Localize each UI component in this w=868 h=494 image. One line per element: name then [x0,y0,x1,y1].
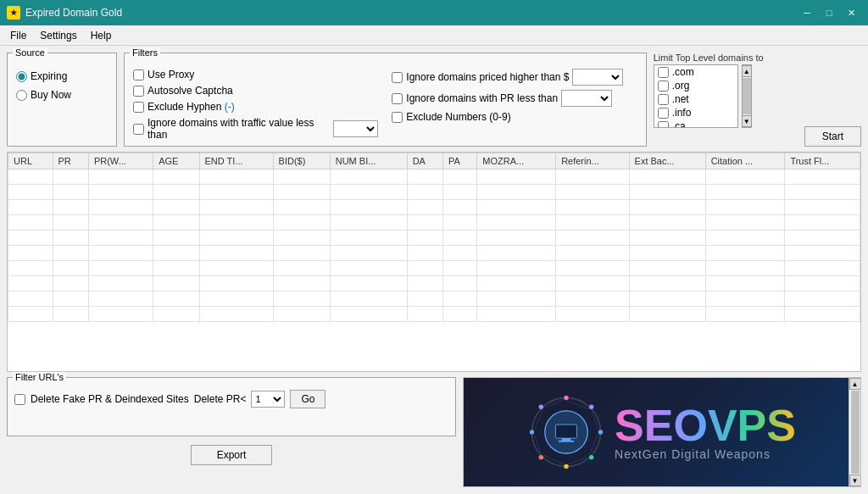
label-use-proxy[interactable]: Use Proxy [147,69,194,80]
traffic-value-select[interactable] [333,120,378,137]
label-autosolve[interactable]: Autosolve Captcha [147,85,233,97]
tld-scroll-up[interactable]: ▲ [742,65,752,77]
tld-label-com: .com [672,66,694,78]
scroll-down-arrow[interactable]: ▼ [849,475,861,486]
tld-scrollbar: ▲ ▼ [742,64,752,128]
filter-autosolve: Autosolve Captcha [133,85,378,97]
svg-rect-2 [555,425,576,438]
radio-expiring[interactable]: Expiring [16,70,108,82]
filters-group: Filters Use Proxy Autosolve Captcha Excl… [124,53,647,147]
checkbox-exclude-numbers[interactable] [392,112,403,123]
checkbox-tld-com[interactable] [658,67,669,78]
col-mozra: MOZRA... [477,153,556,169]
export-container: Export [7,441,456,465]
source-label: Source [13,47,47,58]
tld-listbox[interactable]: .com .org .net .info [654,64,738,128]
title-bar-left: ★ Expired Domain Gold [7,6,122,19]
col-bid: BID($) [273,153,330,169]
filter-ignore-priced: Ignore domains priced higher than $ [392,69,637,86]
maximize-button[interactable]: □ [819,4,839,21]
checkbox-tld-ca[interactable] [658,121,669,129]
checkbox-ignore-pr[interactable] [392,93,403,104]
seo-text-container: SEOVPS NextGen Digital Weapons [615,403,796,461]
checkbox-autosolve[interactable] [133,86,144,97]
checkbox-tld-org[interactable] [658,80,669,92]
label-delete-fake[interactable]: Delete Fake PR & Deindexed Sites [31,393,189,405]
label-exclude-hyphen[interactable]: Exclude Hyphen (-) [147,101,235,113]
start-button[interactable]: Start [804,126,861,147]
export-button[interactable]: Export [191,445,273,465]
bottom-section: Filter URL's Delete Fake PR & Deindexed … [7,377,861,487]
pr-less-select[interactable] [561,90,612,107]
price-select[interactable] [572,69,623,86]
tld-label-info: .info [672,107,692,119]
svg-point-10 [539,455,543,459]
svg-point-6 [589,405,593,409]
brand-panel: SEOVPS NextGen Digital Weapons ▲ ▼ [463,377,861,487]
col-trustfl: Trust Fl... [785,153,860,169]
checkbox-ignore-traffic[interactable] [133,124,144,135]
minimize-button[interactable]: ─ [797,4,817,21]
table-row [8,246,860,261]
checkbox-ignore-priced[interactable] [392,72,403,83]
radio-buynow[interactable]: Buy Now [16,89,108,101]
checkbox-tld-info[interactable] [658,108,669,119]
svg-point-7 [598,430,603,434]
radio-buynow-input[interactable] [16,90,27,101]
table-row [8,307,860,322]
app-icon: ★ [7,6,20,19]
menu-file[interactable]: File [3,28,33,43]
go-button[interactable]: Go [290,390,326,408]
table-row [8,261,860,276]
menu-help[interactable]: Help [84,28,119,43]
brand-scrollbar: ▲ ▼ [849,378,860,486]
label-ignore-pr[interactable]: Ignore domains with PR less than [406,92,558,104]
radio-expiring-label: Expiring [31,70,67,82]
top-section: Source Expiring Buy Now Filters [7,53,861,147]
col-extbac: Ext Bac... [629,153,705,169]
radio-expiring-input[interactable] [16,71,27,82]
brand-main-text: SEOVPS [615,403,796,447]
menu-settings[interactable]: Settings [33,28,83,43]
checkbox-delete-fake[interactable] [14,394,25,405]
tld-scroll-down[interactable]: ▼ [742,115,752,127]
radio-buynow-label: Buy Now [31,89,71,101]
window-title: Expired Domain Gold [25,7,122,19]
delete-pr-label: Delete PR< [194,393,247,405]
tld-item-net: .net [654,92,737,106]
filter-urls-group: Filter URL's Delete Fake PR & Deindexed … [7,377,456,436]
data-table-container: URL PR PR(W... AGE END TI... BID($) NUM … [7,152,861,372]
data-table: URL PR PR(W... AGE END TI... BID($) NUM … [8,153,860,322]
checkbox-exclude-hyphen[interactable] [133,102,144,113]
tld-item-info: .info [654,106,737,119]
table-row [8,215,860,230]
scroll-up-arrow[interactable]: ▲ [849,378,861,390]
brand-sub-text: NextGen Digital Weapons [615,447,796,461]
label-ignore-traffic[interactable]: Ignore domains with traffic value less t… [147,117,330,141]
seo-circle-graphic [528,394,604,470]
seo-brand: SEOVPS NextGen Digital Weapons ▲ ▼ [464,378,860,486]
svg-rect-3 [562,438,571,441]
table-row [8,169,860,185]
col-citation: Citation ... [705,153,785,169]
col-pa: PA [443,153,477,169]
main-content: Source Expiring Buy Now Filters [0,46,868,494]
hyphen-link[interactable]: (-) [225,101,235,113]
tld-section: Limit Top Level domains to .com .org .ne… [654,53,798,147]
filter-ignore-traffic: Ignore domains with traffic value less t… [133,117,378,141]
col-url: URL [8,153,53,169]
close-button[interactable]: ✕ [841,4,861,21]
checkbox-tld-net[interactable] [658,94,669,105]
filter-use-proxy: Use Proxy [133,69,378,80]
svg-point-9 [564,464,568,469]
filter-exclude-numbers: Exclude Numbers (0-9) [392,111,637,123]
label-ignore-priced[interactable]: Ignore domains priced higher than $ [406,71,569,83]
tld-label-net: .net [672,93,689,105]
svg-point-8 [589,455,593,459]
tld-item-ca: .ca [654,119,737,128]
bottom-left: Filter URL's Delete Fake PR & Deindexed … [7,377,456,487]
pr-value-select[interactable]: 1 2 3 4 5 [251,391,285,408]
source-group: Source Expiring Buy Now [7,53,117,147]
checkbox-use-proxy[interactable] [133,69,144,80]
label-exclude-numbers[interactable]: Exclude Numbers (0-9) [406,111,510,123]
